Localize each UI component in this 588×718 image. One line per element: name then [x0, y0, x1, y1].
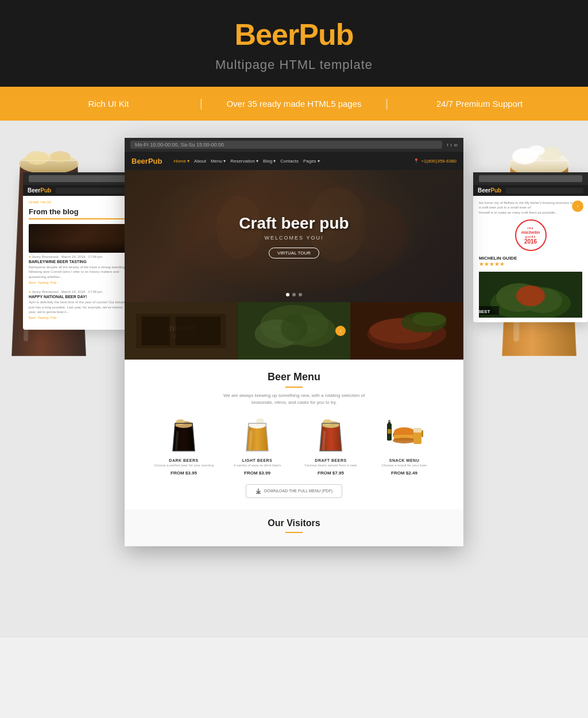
snack-name: SNACK MENU: [370, 458, 439, 462]
svg-rect-15: [142, 316, 170, 345]
snack-price: FROM $2.49: [370, 470, 439, 476]
beer-item-dark: DARK BEERS Choose a perfect beer for you…: [149, 415, 218, 476]
michelin-browser: BeerPub › his home city of Belfast to th…: [473, 172, 588, 322]
blog-panel: HOME / BLOG From the blog ● Jenny Brentw…: [23, 196, 138, 330]
nav-phone: 📍 +1(800)359-6380: [413, 159, 457, 164]
svg-point-6: [528, 145, 545, 156]
nav-links: Home ▾ About Menu ▾ Reservation ▾ Blog ▾…: [173, 159, 413, 164]
feature-item-3: 24/7 Premium Support: [394, 99, 565, 109]
panel-arrow[interactable]: ›: [335, 326, 346, 336]
draft-beer-glass: [296, 415, 365, 455]
dot-1[interactable]: [286, 293, 289, 296]
blog-heading: From the blog: [29, 207, 132, 219]
blog-tags-2: Beer Tasting Pub: [29, 316, 132, 319]
beer-item-snack: SNACK MENU Choose a snack for your beer …: [370, 415, 439, 476]
blog-item-2: ● Jenny Brentwood March 18, 2018 17:58 p…: [29, 290, 132, 319]
svg-rect-16: [176, 316, 221, 345]
michelin-panel: › his home city of Belfast to the My fat…: [473, 196, 588, 322]
visitors-section: Our Visitors: [125, 509, 463, 546]
panel-technology[interactable]: Technology More Info ›: [238, 302, 351, 360]
section-underline: [285, 387, 303, 388]
nav-menu[interactable]: Menu ▾: [211, 159, 226, 164]
feature-panels: Interior More Info Technology More Info …: [125, 302, 463, 360]
nav-reservation[interactable]: Reservation ▾: [230, 159, 258, 164]
feature-bar: Rich UI Kit | Over 35 ready made HTML5 p…: [0, 87, 588, 121]
svg-rect-45: [388, 429, 391, 434]
feature-divider-1: |: [200, 97, 203, 110]
beer-item-light: LIGHT BEERS A variety of easy-to-drink b…: [223, 415, 292, 476]
light-beer-price: FROM $3.99: [223, 470, 292, 476]
browser-address: Mo-Fr 15:00-00:00, Sa-Su 15:00-00:00: [130, 141, 442, 149]
michelin-badge: the michelin guide 2016: [479, 219, 582, 251]
svg-rect-40: [421, 430, 423, 437]
blog-post-2-title: HAPPY NATIONAL BEER DAY!: [29, 295, 132, 299]
nav-about[interactable]: About: [194, 159, 206, 164]
svg-rect-46: [256, 493, 261, 494]
beer-items-list: DARK BEERS Choose a perfect beer for you…: [133, 415, 455, 476]
feature-item-1: Rich UI Kit: [23, 99, 194, 109]
feature-divider-2: |: [385, 97, 388, 110]
beer-menu-desc: We are always brewing up something new, …: [222, 392, 366, 406]
download-menu-button[interactable]: DOWNLOAD THE FULL MENU (PDF): [246, 484, 342, 498]
dark-beer-price: FROM $3.95: [149, 470, 218, 476]
nav-pages[interactable]: Pages ▾: [303, 159, 320, 164]
dark-beer-glass: [149, 415, 218, 455]
michelin-text: his home city of Belfast to the My fathe…: [479, 200, 582, 215]
svg-rect-44: [388, 420, 390, 422]
blog-browser: BeerPub HOME / BLOG From the blog ● Jenn…: [23, 172, 138, 330]
main-browser: Mo-Fr 15:00-00:00, Sa-Su 15:00-00:00 f t…: [125, 138, 463, 546]
main-logo: BeerPub: [11, 17, 577, 52]
food-image: BEST: [479, 272, 582, 318]
blog-item-1: ● Jenny Brentwood March 18, 2018 17:58 p…: [29, 224, 132, 284]
blog-post-2-text: April is definitely the best time of the…: [29, 300, 132, 314]
showcase-area: BeerPub HOME / BLOG From the blog ● Jenn…: [0, 121, 588, 638]
nav-home[interactable]: Home ▾: [173, 159, 189, 164]
svg-point-33: [323, 419, 332, 425]
michelin-browser-topbar: [473, 172, 588, 185]
svg-point-21: [281, 315, 308, 342]
hero-subtitle: WELCOMES YOU!: [239, 235, 349, 241]
svg-point-12: [360, 202, 406, 259]
dark-beer-name: DARK BEERS: [149, 458, 218, 462]
hero-section: Craft beer pub WELCOMES YOU! VIRTUAL TOU…: [125, 170, 463, 302]
download-icon: [256, 488, 261, 494]
virtual-tour-button[interactable]: VIRTUAL TOUR: [269, 248, 319, 258]
dark-beer-desc: Choose a perfect beer for your evening: [149, 464, 218, 468]
site-navigation: BeerPub Home ▾ About Menu ▾ Reservation …: [125, 152, 463, 170]
hero-content: Craft beer pub WELCOMES YOU! VIRTUAL TOU…: [239, 214, 349, 258]
hero-dots: [286, 293, 302, 296]
michelin-arrow-button[interactable]: ›: [572, 200, 583, 212]
panel-food[interactable]: Food More Info: [350, 302, 463, 360]
blog-breadcrumb: HOME / BLOG: [29, 200, 132, 204]
top-header: BeerPub Multipage HTML template: [0, 0, 588, 87]
browser-topbar: Mo-Fr 15:00-00:00, Sa-Su 15:00-00:00 f t…: [125, 138, 463, 152]
beer-item-draft: DRAFT BEERS Famous beers served from a c…: [296, 415, 365, 476]
beer-menu-title: Beer Menu: [133, 371, 455, 383]
blog-browser-topbar: [23, 172, 138, 185]
svg-point-28: [176, 419, 185, 425]
svg-point-38: [393, 438, 416, 443]
michelin-label: MICHELIN GUIDE: [479, 256, 582, 261]
site-logo: BeerPub: [131, 157, 162, 165]
light-beer-name: LIGHT BEERS: [223, 458, 292, 462]
draft-beer-price: FROM $7.95: [296, 470, 365, 476]
visitors-title: Our Visitors: [133, 518, 455, 528]
visitors-underline: [285, 532, 303, 533]
hero-title: Craft beer pub: [239, 214, 349, 233]
nav-blog[interactable]: Blog ▾: [263, 159, 276, 164]
beer-menu-section: Beer Menu We are always brewing up somet…: [125, 360, 463, 509]
svg-point-51: [516, 285, 545, 306]
nav-contacts[interactable]: Contacts: [280, 159, 299, 164]
blog-post-1-text: Barleywine despite all the beauty of the…: [29, 265, 132, 279]
logo-accent: Pub: [299, 18, 353, 51]
snack-desc: Choose a snack for your beer: [370, 464, 439, 468]
dot-2[interactable]: [292, 293, 296, 296]
panel-interior[interactable]: Interior More Info: [125, 302, 238, 360]
light-beer-glass: [223, 415, 292, 455]
main-subtitle: Multipage HTML template: [11, 57, 577, 72]
michelin-site-logo: BeerPub: [478, 187, 501, 194]
logo-text: Beer: [235, 18, 299, 51]
light-beer-desc: A variety of easy-to-drink beers: [223, 464, 292, 468]
draft-beer-desc: Famous beers served from a cask: [296, 464, 365, 468]
dot-3[interactable]: [299, 293, 302, 296]
